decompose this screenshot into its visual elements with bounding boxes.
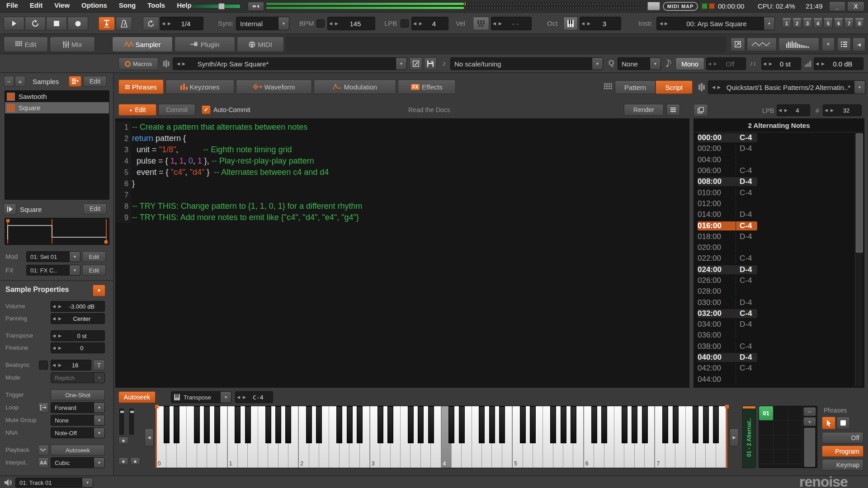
- code-line[interactable]: 8-- TRY THIS: Change pattern to {1, 1, 0…: [116, 201, 689, 212]
- chevron-down-icon[interactable]: ▼: [592, 58, 603, 70]
- loop-release-button[interactable]: [38, 402, 49, 413]
- velocity-dec-arrow[interactable]: ◀: [491, 21, 497, 26]
- read-the-docs-link[interactable]: Read the Docs: [408, 106, 450, 113]
- glide-amount-field[interactable]: ◀▶ Off: [706, 57, 746, 70]
- scope-view-button[interactable]: [747, 38, 777, 51]
- instrument-next-arrow[interactable]: ▶: [663, 21, 670, 26]
- bpm-field[interactable]: ◀▶ 145: [327, 17, 375, 30]
- dec-arrow[interactable]: ◀: [51, 304, 57, 309]
- phrase-lpb-field[interactable]: ◀▶ 4: [777, 104, 810, 116]
- dec-arrow[interactable]: ◀: [51, 333, 57, 338]
- tab-phrases[interactable]: Phrases: [118, 80, 164, 94]
- macros-button[interactable]: Macros: [118, 57, 158, 70]
- chevron-down-icon[interactable]: ▼: [278, 17, 289, 30]
- antialias-button[interactable]: AA: [38, 457, 49, 468]
- loop-mode-select[interactable]: Forward▼: [51, 402, 105, 413]
- chevron-down-icon[interactable]: ▼: [764, 17, 774, 30]
- editor-menu-button[interactable]: [666, 104, 680, 116]
- phrase-row[interactable]: 010:00C-4: [694, 187, 864, 198]
- spectrum-view-button[interactable]: [778, 38, 819, 51]
- chevron-down-icon[interactable]: ▼: [94, 415, 104, 425]
- inc-arrow[interactable]: ▶: [57, 346, 63, 350]
- inc-arrow[interactable]: ▶: [57, 363, 63, 367]
- keyboard-option-button-1[interactable]: ◆: [118, 457, 128, 465]
- instrument-prev-arrow[interactable]: ◀: [657, 21, 663, 26]
- disk-browser-button[interactable]: [837, 38, 851, 51]
- menu-help[interactable]: Help: [177, 0, 192, 10]
- phrase-note-list[interactable]: 2 Alternating Notes 000:00C-4002:00D-400…: [693, 118, 864, 388]
- minimize-button[interactable]: _: [829, 1, 845, 11]
- interpolation-select[interactable]: Cubic▼: [51, 457, 105, 468]
- phrase-row[interactable]: 014:00D-4: [694, 209, 864, 220]
- phrase-map-cell[interactable]: [774, 421, 788, 435]
- code-line[interactable]: 9-- TRY THIS: Add more notes to emit lik…: [116, 212, 689, 223]
- black-key[interactable]: [459, 406, 465, 443]
- instrument-name-prev-arrow[interactable]: ◀: [173, 61, 180, 66]
- chevron-down-icon[interactable]: ▼: [94, 458, 104, 468]
- chevron-down-icon[interactable]: ▼: [94, 373, 104, 383]
- phrase-map-cell[interactable]: [759, 450, 774, 464]
- sample-waveform-preview[interactable]: [5, 218, 109, 245]
- mono-button[interactable]: Mono: [675, 57, 704, 70]
- phrase-map-add-button[interactable]: +: [803, 417, 816, 426]
- autoseek-button[interactable]: Autoseek: [118, 391, 156, 403]
- inc-arrow[interactable]: ▶: [829, 108, 835, 113]
- metronome-button[interactable]: [116, 17, 132, 30]
- chevron-down-icon[interactable]: ▼: [94, 428, 104, 438]
- black-key[interactable]: [285, 406, 291, 443]
- glide-dec-arrow[interactable]: ◀: [707, 61, 712, 66]
- phrase-row[interactable]: 042:00C-4: [694, 363, 864, 374]
- phrase-map-cell[interactable]: [774, 406, 788, 421]
- save-instrument-button[interactable]: [424, 57, 437, 70]
- instrument-name-select[interactable]: ◀ ▶ Synth/Arp Saw Square* ▼: [173, 57, 407, 70]
- black-key[interactable]: [347, 406, 353, 443]
- phrase-row[interactable]: 034:00D-4: [694, 319, 864, 330]
- black-key[interactable]: [174, 406, 179, 443]
- edit-step-button[interactable]: [99, 17, 115, 30]
- phrase-row[interactable]: 000:00C-4: [694, 132, 864, 143]
- black-key[interactable]: [591, 406, 597, 443]
- nna-select[interactable]: Note-Off▼: [51, 427, 105, 438]
- note-list-scroll-thumb[interactable]: [856, 133, 863, 253]
- preset-slot-7[interactable]: 7: [844, 18, 854, 28]
- keyboard-scroll-right-button[interactable]: ▶: [730, 428, 739, 446]
- playback-wave-button[interactable]: [38, 445, 49, 455]
- chevron-down-icon[interactable]: ▼: [396, 58, 406, 70]
- scrub-handle[interactable]: [647, 2, 660, 10]
- chevron-down-icon[interactable]: ▼: [94, 403, 104, 413]
- phrase-preset-select[interactable]: ◀ ▶ Quickstart/1 Basic Patterns/2 Altern…: [708, 80, 865, 94]
- keyboard-option-button-2[interactable]: ◆: [130, 457, 140, 465]
- tab-mix[interactable]: Mix: [50, 37, 95, 52]
- detach-window-button[interactable]: [731, 38, 745, 51]
- phrase-map-remove-button[interactable]: −: [803, 407, 816, 416]
- black-key[interactable]: [632, 406, 637, 443]
- piano-keyboard[interactable]: 01234567: [156, 406, 727, 468]
- phrase-row[interactable]: 032:00C-4: [694, 308, 864, 319]
- black-key[interactable]: [713, 406, 719, 443]
- record-button[interactable]: [67, 17, 88, 30]
- panic-button[interactable]: [248, 2, 264, 11]
- sample-panning-field[interactable]: ◀▶Center: [51, 313, 105, 324]
- collapse-right-panel-button[interactable]: ◀: [853, 38, 865, 51]
- chevron-down-icon[interactable]: ▼: [82, 478, 93, 487]
- velocity-inc-arrow[interactable]: ▶: [497, 21, 503, 26]
- master-volume-slider[interactable]: [192, 4, 241, 9]
- dec-arrow[interactable]: ◀: [51, 316, 57, 321]
- loop-pattern-button[interactable]: [25, 17, 46, 30]
- fx-chain-select[interactable]: 01: FX C..▼: [26, 265, 80, 276]
- octave-inc-arrow[interactable]: ▶: [586, 21, 592, 26]
- black-key[interactable]: [357, 406, 363, 443]
- sample-volume-field[interactable]: ◀▶-3.000 dB: [51, 301, 105, 312]
- menu-tools[interactable]: Tools: [147, 0, 165, 10]
- phrase-map-cell[interactable]: [788, 406, 802, 421]
- black-key[interactable]: [499, 406, 505, 443]
- phrase-length-field[interactable]: ◀▶ 32: [823, 104, 862, 116]
- global-transpose-field[interactable]: ◀▶ 0 st: [761, 57, 801, 70]
- code-line[interactable]: 3 unit = "1/8", -- Eighth note timing gr…: [116, 144, 689, 155]
- inc-arrow[interactable]: ▶: [241, 395, 247, 399]
- phrase-row[interactable]: 006:00C-4: [694, 165, 864, 176]
- phrase-row[interactable]: 022:00C-4: [694, 253, 864, 264]
- volume-inc-arrow[interactable]: ▶: [820, 61, 826, 66]
- scope-options-dropdown[interactable]: ▼: [822, 38, 835, 51]
- black-key[interactable]: [316, 406, 322, 443]
